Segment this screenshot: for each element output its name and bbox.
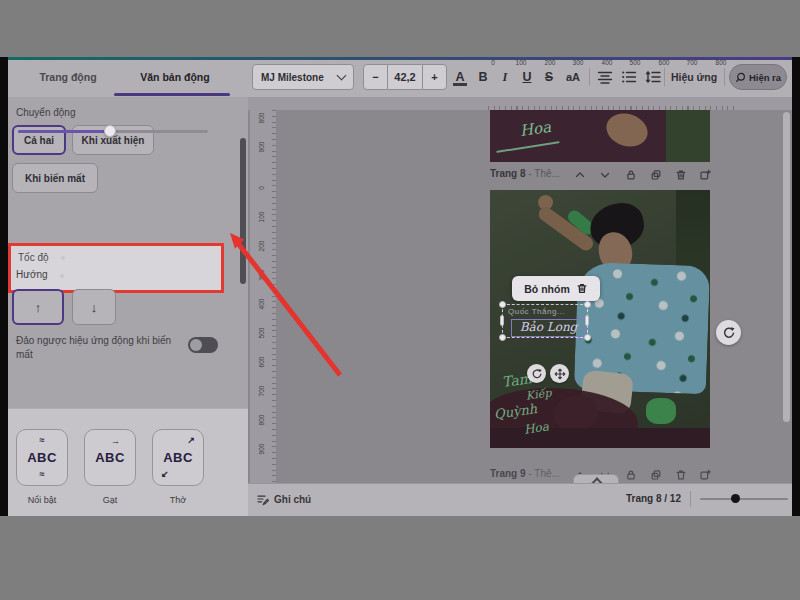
arm-shape xyxy=(602,110,652,152)
chevron-up-icon xyxy=(574,169,586,181)
chevron-down-icon xyxy=(337,71,347,81)
underline-button[interactable]: U xyxy=(517,64,537,90)
duplicate-icon xyxy=(650,469,662,481)
line-spacing-icon xyxy=(645,69,661,85)
add-page-icon xyxy=(699,469,711,481)
ruler-number: 100 xyxy=(258,207,268,227)
page-duplicate-button[interactable] xyxy=(650,467,663,480)
speed-slider-handle[interactable] xyxy=(104,125,116,137)
bullet-list-icon xyxy=(621,69,637,85)
ruler-number: 500 xyxy=(625,59,645,66)
ruler-number: 900 xyxy=(258,137,268,157)
italic-button[interactable]: I xyxy=(495,64,515,90)
animation-styles-panel: ≈ ABC ≈ → ABC ↗ ABC ↙ Nổi bật Gạt Thở Xó… xyxy=(8,408,248,516)
align-center-icon xyxy=(597,69,613,85)
screenshot-root: { "colors": { "accent_purple": "#55349c"… xyxy=(0,0,800,600)
bold-button[interactable]: B xyxy=(473,64,493,90)
ruler-number: 700 xyxy=(258,381,268,401)
page-add-button[interactable] xyxy=(699,167,712,180)
appear-animation-icon xyxy=(735,72,746,83)
ruler-number: 0 xyxy=(483,59,503,66)
canvas-scrollbar[interactable] xyxy=(783,112,790,422)
font-family-select[interactable]: MJ Milestone xyxy=(252,64,354,90)
reverse-toggle-label: Đảo ngược hiệu ứng động khi biến mất xyxy=(16,334,184,362)
page9-title: Trang 9 xyxy=(490,468,526,479)
page-move-up-button[interactable] xyxy=(574,167,587,180)
ruler-number: 800 xyxy=(711,59,731,66)
selection-handle-ne[interactable] xyxy=(584,301,591,308)
reverse-toggle[interactable] xyxy=(188,337,218,353)
style-card-emphasis[interactable]: ≈ ABC ≈ xyxy=(16,429,68,486)
ruler-number: 800 xyxy=(258,410,268,430)
effects-button[interactable]: Hiệu ứng xyxy=(668,64,720,90)
selected-text-line1[interactable]: Quốc Thắng... xyxy=(508,307,565,316)
page-rotate-button[interactable] xyxy=(716,320,741,345)
strikethrough-button[interactable]: S xyxy=(539,64,559,90)
zoom-slider-track[interactable] xyxy=(700,498,788,500)
toggle-knob xyxy=(190,339,202,351)
direction-label: Hướng xyxy=(16,269,48,280)
zoom-slider-handle[interactable] xyxy=(731,494,740,503)
selection-handle-se[interactable] xyxy=(584,334,591,341)
page-delete-button[interactable] xyxy=(675,467,688,480)
app-window: Trang động Văn bản động MJ Milestone − 4… xyxy=(8,57,792,516)
page-delete-button[interactable] xyxy=(675,167,688,180)
page-add-button[interactable] xyxy=(699,467,712,480)
bullet-list-button[interactable] xyxy=(621,69,637,85)
text-case-button[interactable]: aA xyxy=(561,64,585,90)
font-size-decrease-button[interactable]: − xyxy=(363,64,388,90)
page-indicator[interactable]: Trang 8 / 12 xyxy=(603,483,681,515)
page-duplicate-button[interactable] xyxy=(650,167,663,180)
style-label: Thở xyxy=(152,495,204,505)
direction-up-button[interactable]: ↑ xyxy=(12,289,64,325)
ruler-number: 700 xyxy=(682,59,702,66)
ruler-number: 900 xyxy=(258,439,268,459)
rotate-icon xyxy=(531,368,543,380)
page-lock-button[interactable] xyxy=(625,167,638,180)
line-spacing-button[interactable] xyxy=(645,69,661,85)
ruler-number: 800 xyxy=(258,108,268,128)
animate-appear-button[interactable]: Hiện ra xyxy=(729,64,787,90)
info-icon xyxy=(61,256,65,260)
tab-page-animations[interactable]: Trang động xyxy=(18,60,118,94)
page7-thumbnail[interactable]: Hoa xyxy=(490,110,710,162)
text-color-swatch xyxy=(453,83,467,86)
animation-settings-panel: Chuyển động Cả hai Khi xuất hiện Khi biế… xyxy=(8,97,248,516)
selection-handle-sw[interactable] xyxy=(499,334,506,341)
speed-label: Tốc độ xyxy=(18,252,49,263)
notes-icon xyxy=(256,493,269,506)
selection-handle-w[interactable] xyxy=(500,315,504,326)
animate-button-label: Hiện ra xyxy=(749,72,781,83)
trash-icon[interactable] xyxy=(576,282,588,295)
sidebar-scrollbar[interactable] xyxy=(240,138,246,284)
ruler-number: 100 xyxy=(511,59,531,66)
ruler-number: 300 xyxy=(258,265,268,285)
page-lock-button[interactable] xyxy=(625,467,638,480)
motion-option-on-exit[interactable]: Khi biến mất xyxy=(12,163,98,193)
tab-text-animations[interactable]: Văn bản động xyxy=(118,60,232,94)
letterbox-left xyxy=(0,57,8,516)
style-card-breathe[interactable]: ↗ ABC ↙ xyxy=(152,429,204,486)
ruler-number: 500 xyxy=(258,323,268,343)
selection-handle-nw[interactable] xyxy=(499,301,506,308)
font-size-increase-button[interactable]: + xyxy=(422,64,447,90)
ungroup-tooltip: Bỏ nhóm xyxy=(512,276,600,301)
direction-down-button[interactable]: ↓ xyxy=(72,289,116,325)
style-label: Gạt xyxy=(84,495,136,505)
selected-text-line2[interactable]: Bảo Long xyxy=(511,319,586,337)
font-size-value[interactable]: 42,2 xyxy=(388,64,422,90)
selection-handle-e[interactable] xyxy=(585,315,589,326)
ungroup-button[interactable]: Bỏ nhóm xyxy=(524,283,570,295)
page8-subtitle: - Thê... xyxy=(528,168,560,179)
shimmer-bottom-icon: ≈ xyxy=(17,470,67,479)
text-align-button[interactable] xyxy=(597,69,613,85)
selection-move-handle[interactable] xyxy=(550,364,569,383)
text-color-button[interactable]: A xyxy=(449,64,471,90)
move-icon xyxy=(554,368,566,380)
notes-button[interactable]: Ghi chú xyxy=(256,483,311,515)
motion-section-title: Chuyển động xyxy=(16,107,76,118)
selection-rotate-handle[interactable] xyxy=(527,364,546,383)
style-card-wipe[interactable]: → ABC xyxy=(84,429,136,486)
toolbar-divider xyxy=(664,68,665,86)
page-move-down-button[interactable] xyxy=(599,167,612,180)
